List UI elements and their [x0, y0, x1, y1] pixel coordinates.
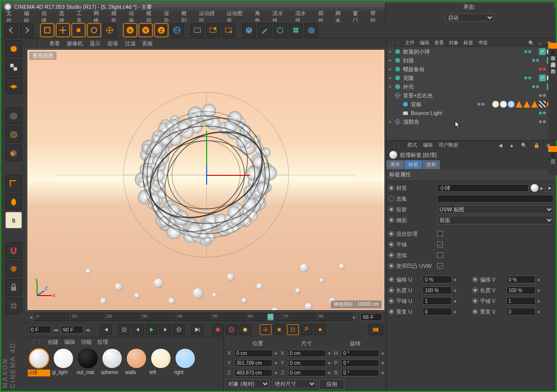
material-arrow-icon[interactable]: ➤: [545, 185, 554, 192]
objmenu-对象[interactable]: 对象: [447, 39, 461, 47]
rotate-tool[interactable]: [87, 23, 101, 37]
model-mode[interactable]: [5, 40, 22, 57]
material-right[interactable]: right: [174, 348, 196, 389]
search-icon[interactable]: 🔍: [519, 142, 529, 149]
workplane-mode[interactable]: [5, 77, 22, 94]
keyframe-sel-button[interactable]: [239, 324, 251, 335]
move-tool[interactable]: [56, 23, 70, 37]
selection-field[interactable]: [437, 195, 554, 203]
side-select[interactable]: 双面: [437, 216, 554, 224]
snap-toggle[interactable]: S: [5, 212, 22, 228]
material-preview-icon[interactable]: [531, 184, 538, 192]
projection-select[interactable]: UVW 贴图: [437, 205, 554, 214]
key-param-button[interactable]: P: [301, 324, 312, 335]
render-pv-button[interactable]: [206, 23, 220, 37]
undo-button[interactable]: [4, 23, 18, 37]
deformer-icon[interactable]: [305, 23, 318, 37]
attrmenu-用户数据[interactable]: 用户数据: [436, 141, 461, 149]
tile-u-input[interactable]: [423, 297, 452, 305]
tab-layers[interactable]: 层: [548, 152, 557, 159]
object-螺旋备份[interactable]: +螺旋备份: [386, 65, 556, 74]
material-picker-icon[interactable]: ▸: [540, 185, 543, 191]
object-散落的小球[interactable]: +散落的小球✓: [386, 47, 556, 56]
axis-mode[interactable]: [5, 175, 22, 191]
record-button[interactable]: [212, 324, 224, 335]
mouse-icon[interactable]: [5, 193, 22, 210]
goto-end-button[interactable]: [192, 324, 203, 335]
play-button[interactable]: [146, 324, 157, 335]
vpmenu-过滤[interactable]: 过滤: [122, 39, 138, 48]
material-walls[interactable]: walls: [125, 348, 148, 389]
offset-v-input[interactable]: [506, 276, 536, 283]
polygon-mode[interactable]: [5, 145, 22, 161]
side-radio[interactable]: [388, 217, 394, 223]
key-pla-button[interactable]: [314, 324, 326, 335]
lasso-tool[interactable]: [103, 23, 116, 37]
om-search-icon[interactable]: 🔍: [526, 40, 536, 46]
nurbs-icon[interactable]: [273, 23, 287, 37]
y-axis-lock[interactable]: Y: [139, 23, 153, 37]
edge-mode[interactable]: [5, 126, 22, 143]
material-小球[interactable]: 小球: [28, 348, 50, 389]
object-Bounce Light[interactable]: Bounce Light: [386, 109, 556, 117]
selection-radio[interactable]: [388, 196, 394, 202]
matmenu-纹理[interactable]: 纹理: [95, 338, 111, 346]
object-背板[interactable]: 背板: [386, 100, 556, 109]
object-外壳[interactable]: +外壳✓: [386, 82, 556, 91]
key-scale-button[interactable]: [273, 324, 285, 335]
layout-select[interactable]: 启动: [445, 14, 494, 21]
material-left[interactable]: left: [150, 348, 172, 389]
tab-标签[interactable]: 标签: [404, 160, 423, 169]
mix-checkbox[interactable]: [437, 231, 443, 237]
tab-objects[interactable]: 对象: [548, 43, 557, 49]
vpmenu-查看[interactable]: 查看: [46, 39, 63, 48]
dope-sheet-icon[interactable]: [368, 324, 383, 335]
object-扫描[interactable]: +扫描✓: [386, 56, 556, 65]
key-rot-button[interactable]: [287, 324, 299, 335]
prev-icon[interactable]: ◀: [496, 142, 505, 149]
up-icon[interactable]: ▲: [507, 142, 517, 149]
object-背景+左右光[interactable]: -背景+左右光: [386, 91, 556, 100]
current-frame-field[interactable]: 66 F: [361, 313, 382, 321]
offset-u-input[interactable]: [423, 276, 452, 283]
tab-基本[interactable]: 基本: [386, 160, 404, 169]
objmenu-书签[interactable]: 书签: [476, 39, 490, 47]
matmenu-编辑[interactable]: 编辑: [62, 338, 77, 346]
tile-v-input[interactable]: [506, 297, 536, 305]
magnet-icon[interactable]: [5, 242, 22, 259]
material-out_mat[interactable]: out_mat: [77, 348, 99, 389]
attrmenu-编辑[interactable]: 编辑: [421, 141, 435, 149]
scale-tool[interactable]: [72, 23, 85, 37]
grid-icon[interactable]: [5, 298, 22, 314]
attrmenu-模式[interactable]: 模式: [405, 141, 420, 149]
tab-modify[interactable]: 修改: [548, 49, 557, 56]
objmenu-标签[interactable]: 标签: [461, 39, 475, 47]
timeline-ruler[interactable]: 66 0102030405060708090: [35, 313, 353, 321]
texture-mode[interactable]: [5, 59, 22, 75]
soft-select-icon[interactable]: [5, 261, 22, 277]
tab-structure[interactable]: 构造: [548, 62, 557, 68]
key-pos-button[interactable]: [260, 324, 271, 335]
render-view-button[interactable]: [191, 23, 204, 37]
matmenu-创建[interactable]: 创建: [45, 338, 61, 346]
prev-key-button[interactable]: [118, 324, 130, 335]
coord-size-select[interactable]: 绝对尺寸: [272, 379, 316, 388]
uvw-radio[interactable]: [388, 263, 394, 269]
redo-button[interactable]: [20, 23, 34, 37]
cube-primitive-icon[interactable]: [242, 23, 256, 37]
playhead[interactable]: 66: [268, 314, 273, 320]
object-顶部光[interactable]: +顶部光: [386, 117, 556, 126]
vpmenu-选项[interactable]: 选项: [104, 39, 121, 48]
x-axis-lock[interactable]: X: [123, 23, 137, 37]
object-克隆[interactable]: +克隆✓: [386, 74, 556, 82]
goto-start-button[interactable]: [100, 324, 112, 335]
point-mode[interactable]: [5, 108, 22, 124]
coord-mode-select[interactable]: 对象 (相对): [226, 379, 269, 388]
pen-tool-icon[interactable]: [258, 23, 271, 37]
projection-radio[interactable]: [388, 206, 394, 212]
uvw-checkbox[interactable]: ✓: [437, 263, 443, 269]
world-axis-icon[interactable]: [170, 23, 184, 37]
tab-坐标[interactable]: 坐标: [423, 160, 441, 169]
objmenu-查看[interactable]: 查看: [432, 39, 446, 47]
seamless-checkbox[interactable]: [437, 252, 443, 258]
